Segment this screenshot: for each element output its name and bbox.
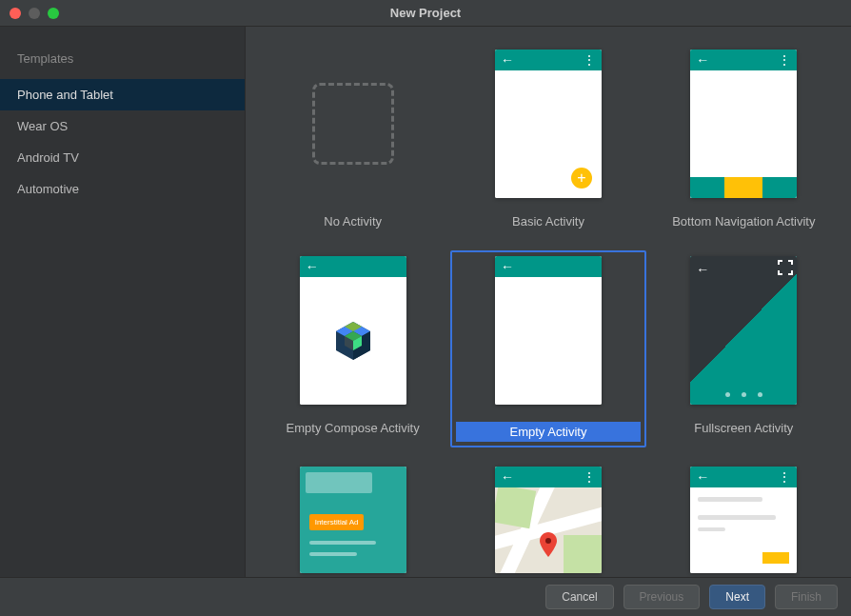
template-preview: [300, 50, 406, 198]
template-preview: ← ⋮: [690, 467, 797, 573]
maximize-window-button[interactable]: [48, 8, 59, 19]
window-title: New Project: [0, 6, 851, 20]
dashed-placeholder-icon: [312, 83, 394, 165]
template-basic-activity[interactable]: ← ⋮ + Basic Activity: [450, 44, 645, 237]
titlebar: New Project: [0, 0, 851, 27]
back-arrow-icon: ←: [306, 260, 319, 273]
template-empty-activity[interactable]: ← Empty Activity: [450, 250, 645, 447]
button-label: Cancel: [562, 590, 597, 604]
preview-submit-button-icon: [762, 552, 789, 564]
preview-appbar: ←: [495, 256, 602, 277]
preview-appbar: ← ⋮: [690, 467, 797, 487]
preview-bottom-nav-indicator: [724, 177, 762, 198]
sidebar-item-automotive[interactable]: Automotive: [0, 173, 245, 205]
template-preview: ←: [690, 256, 797, 405]
back-arrow-icon: ←: [696, 53, 709, 67]
back-arrow-icon: ←: [501, 260, 514, 273]
previous-button[interactable]: Previous: [623, 585, 701, 609]
button-label: Previous: [640, 590, 684, 604]
cancel-button[interactable]: Cancel: [545, 585, 613, 609]
template-google-maps-activity[interactable]: ← ⋮: [450, 461, 645, 577]
template-preview: ← ⋮: [495, 467, 602, 573]
template-bottom-navigation-activity[interactable]: ← ⋮ Bottom Navigation Activity: [646, 44, 841, 237]
fab-add-icon: +: [571, 168, 592, 189]
sidebar-item-wear-os[interactable]: Wear OS: [0, 110, 245, 142]
finish-button[interactable]: Finish: [775, 585, 838, 609]
button-label: Finish: [791, 590, 821, 604]
template-no-activity[interactable]: No Activity: [255, 44, 450, 237]
template-label: Empty Activity: [456, 422, 640, 442]
sidebar-item-label: Wear OS: [17, 119, 68, 133]
template-label: Empty Compose Activity: [277, 418, 429, 438]
template-label: No Activity: [314, 211, 391, 231]
button-label: Next: [725, 590, 749, 604]
close-window-button[interactable]: [10, 8, 21, 19]
map-pin-icon: [540, 532, 557, 557]
template-preview: ←: [300, 256, 406, 405]
template-label: Fullscreen Activity: [684, 418, 802, 438]
preview-appbar: ← ⋮: [495, 467, 602, 487]
preview-appbar: ←: [300, 256, 406, 277]
overflow-menu-icon: ⋮: [778, 470, 791, 484]
sidebar: Templates Phone and Tablet Wear OS Andro…: [0, 27, 246, 577]
pager-dots: [690, 392, 797, 397]
back-arrow-icon: ←: [696, 262, 709, 277]
preview-appbar: ← ⋮: [495, 50, 602, 70]
sidebar-header: Templates: [0, 46, 245, 79]
sidebar-item-label: Automotive: [17, 182, 79, 196]
template-preview: ←: [495, 256, 602, 405]
sidebar-item-android-tv[interactable]: Android TV: [0, 142, 245, 173]
template-fullscreen-activity[interactable]: ← Fullscreen Activity: [646, 250, 841, 447]
back-arrow-icon: ←: [501, 470, 514, 484]
template-label: Basic Activity: [503, 211, 594, 231]
back-arrow-icon: ←: [501, 53, 514, 67]
window-controls: [0, 8, 59, 19]
sidebar-item-phone-and-tablet[interactable]: Phone and Tablet: [0, 79, 245, 110]
template-preview: ← ⋮: [690, 50, 797, 198]
dialog-footer: Cancel Previous Next Finish: [0, 577, 851, 616]
overflow-menu-icon: ⋮: [778, 53, 791, 67]
fullscreen-expand-icon: [778, 260, 793, 275]
template-empty-compose-activity[interactable]: ← Empt: [255, 250, 450, 447]
template-gallery[interactable]: No Activity ← ⋮ + Basic Activity: [246, 27, 851, 577]
ad-badge: Interstitial Ad: [309, 514, 365, 530]
template-interstitial-ad[interactable]: Interstitial Ad: [255, 461, 450, 577]
template-preview: ← ⋮ +: [495, 50, 602, 198]
sidebar-item-label: Phone and Tablet: [17, 88, 113, 102]
minimize-window-button[interactable]: [29, 8, 40, 19]
template-preview: Interstitial Ad: [300, 467, 406, 573]
svg-point-7: [545, 538, 551, 544]
overflow-menu-icon: ⋮: [583, 53, 596, 67]
template-label: Bottom Navigation Activity: [663, 211, 824, 231]
preview-appbar: ← ⋮: [690, 50, 797, 70]
next-button[interactable]: Next: [709, 585, 765, 609]
overflow-menu-icon: ⋮: [583, 470, 596, 484]
back-arrow-icon: ←: [696, 470, 709, 484]
template-login-activity[interactable]: ← ⋮: [646, 461, 841, 577]
sidebar-item-label: Android TV: [17, 150, 79, 165]
jetpack-compose-logo-icon: [330, 318, 376, 364]
